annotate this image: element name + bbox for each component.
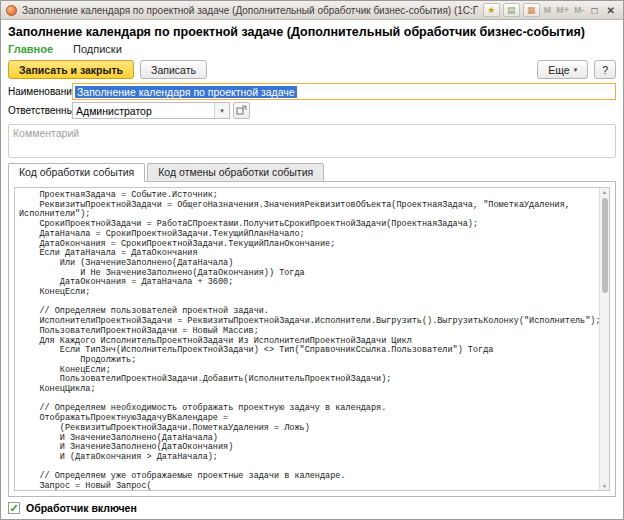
save-button[interactable]: Записать — [140, 60, 207, 79]
responsible-value: Администратор — [73, 103, 214, 118]
scrollbar-thumb[interactable] — [602, 198, 608, 293]
comment-field[interactable] — [8, 124, 616, 158]
save-and-close-button[interactable]: Записать и закрыть — [8, 60, 134, 79]
memory-m-plus-button[interactable]: M+ — [555, 5, 570, 15]
responsible-dropdown-button[interactable]: ▾ — [214, 103, 229, 118]
code-tabs: Код обработки события Код отмены обработ… — [8, 163, 616, 182]
form-content: Заполнение календаря по проектной задаче… — [1, 25, 623, 514]
scroll-up-icon[interactable]: ▲ — [602, 188, 607, 196]
titlebar: Заполнение календаря по проектной задаче… — [1, 1, 623, 20]
memory-m-button[interactable]: M — [543, 5, 553, 15]
help-button[interactable]: ? — [594, 60, 616, 79]
name-input[interactable]: Заполнение календаря по проектной задаче — [72, 83, 616, 100]
chevron-down-icon: ▾ — [220, 107, 224, 115]
handler-enabled-checkbox[interactable]: ✓ — [8, 502, 20, 514]
tab-event-handler-code[interactable]: Код обработки события — [8, 163, 145, 182]
handler-enabled-label: Обработчик включен — [26, 502, 137, 514]
history-icon[interactable]: ▤ — [503, 3, 520, 17]
more-button-label: Еще — [548, 64, 569, 76]
code-editor[interactable]: ПроектнаяЗадача = Событие.Источник; Рекв… — [14, 187, 610, 491]
tab-main[interactable]: Главное — [8, 43, 53, 55]
responsible-label: Ответственный: — [8, 105, 72, 116]
open-icon — [236, 105, 247, 116]
favorites-icon[interactable]: ★ — [483, 3, 500, 17]
more-button[interactable]: Еще▾ — [537, 60, 588, 79]
memory-m-minus-button[interactable]: M- — [573, 5, 586, 15]
name-label: Наименование: — [8, 86, 72, 97]
responsible-combobox[interactable]: Администратор ▾ — [72, 102, 230, 119]
window-title: Заполнение календаря по проектной задаче… — [22, 5, 478, 16]
open-responsible-button[interactable] — [233, 102, 250, 119]
name-input-selected-text: Заполнение календаря по проектной задаче — [75, 86, 297, 98]
scroll-down-icon[interactable]: ▼ — [602, 482, 607, 490]
code-tab-panel: ПроектнаяЗадача = Событие.Источник; Рекв… — [8, 181, 616, 497]
name-row: Наименование: Заполнение календаря по пр… — [8, 83, 616, 100]
code-text[interactable]: ПроектнаяЗадача = Событие.Источник; Рекв… — [15, 188, 609, 491]
close-button[interactable]: ✕ — [604, 5, 618, 16]
maximize-button[interactable]: □ — [589, 5, 601, 16]
comment-wrap — [8, 124, 616, 158]
form-nav-tabs: Главное Подписки — [8, 43, 616, 55]
command-bar: Записать и закрыть Записать Еще▾ ? — [8, 60, 616, 79]
responsible-row: Ответственный: Администратор ▾ — [8, 102, 616, 119]
tab-cancel-handler-code[interactable]: Код отмены обработки события — [147, 163, 324, 182]
chevron-down-icon: ▾ — [574, 66, 578, 74]
1c-app-icon — [6, 5, 17, 16]
app-window: Заполнение календаря по проектной задаче… — [0, 0, 624, 520]
titlebar-controls: ★ ▤ ▦ M M+ M- □ ✕ — [483, 3, 618, 17]
links-icon[interactable]: ▦ — [523, 3, 540, 17]
tab-subscriptions[interactable]: Подписки — [73, 43, 122, 55]
handler-enabled-row: ✓ Обработчик включен — [8, 502, 616, 514]
code-scrollbar[interactable]: ▲ ▼ — [599, 188, 609, 490]
page-title: Заполнение календаря по проектной задаче… — [8, 25, 616, 39]
